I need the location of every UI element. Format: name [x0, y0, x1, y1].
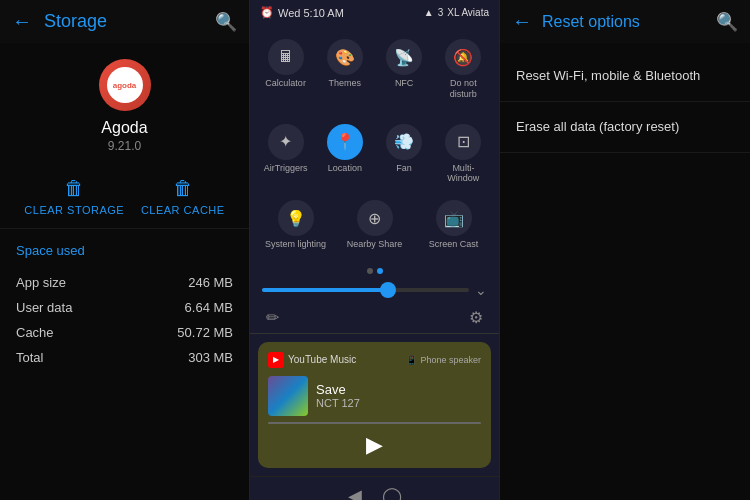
tile-nearbyshare[interactable]: ⊕ Nearby Share — [337, 194, 412, 256]
speaker-icon: 📱 — [406, 355, 417, 365]
album-art — [268, 376, 308, 416]
status-right: ▲ 3 XL Aviata — [424, 7, 489, 18]
qs-tiles-row3: 💡 System lighting ⊕ Nearby Share 📺 Scree… — [250, 194, 499, 264]
tile-location[interactable]: 📍 Location — [317, 118, 372, 191]
media-app-name: YouTube Music — [288, 354, 356, 365]
user-data-value: 6.64 MB — [185, 300, 233, 315]
trash-icon: 🗑 — [64, 177, 84, 200]
media-top: ▶ YouTube Music 📱 Phone speaker — [268, 352, 481, 368]
carrier-name: XL Aviata — [447, 7, 489, 18]
app-icon: agoda — [99, 59, 151, 111]
tile-airtriggers[interactable]: ✦ AirTriggers — [258, 118, 313, 191]
tile-themes-label: Themes — [329, 78, 362, 89]
dot-2 — [377, 268, 383, 274]
reset-wifi-option[interactable]: Reset Wi-Fi, mobile & Bluetooth — [500, 51, 750, 102]
signal-count: 3 — [438, 7, 444, 18]
brightness-control: ⌄ — [250, 278, 499, 302]
app-size-label: App size — [16, 275, 66, 290]
reset-title: Reset options — [542, 13, 706, 31]
nav-back-icon[interactable]: ◀ — [348, 485, 362, 500]
erase-data-option[interactable]: Erase all data (factory reset) — [500, 102, 750, 153]
brightness-expand-icon[interactable]: ⌄ — [475, 282, 487, 298]
status-left: ⏰ Wed 5:10 AM — [260, 6, 344, 19]
reset-panel: ← Reset options 🔍 Reset Wi-Fi, mobile & … — [500, 0, 750, 500]
tile-fan-label: Fan — [396, 163, 412, 174]
cache-icon: 🗑 — [173, 177, 193, 200]
settings-icon[interactable]: ⚙ — [469, 308, 483, 327]
cache-row: Cache 50.72 MB — [16, 320, 233, 345]
total-row: Total 303 MB — [16, 345, 233, 370]
calculator-icon: 🖩 — [268, 39, 304, 75]
track-artist: NCT 127 — [316, 397, 360, 409]
app-name: Agoda — [101, 119, 147, 137]
status-time: Wed 5:10 AM — [278, 7, 344, 19]
storage-back-button[interactable]: ← — [12, 10, 32, 33]
tile-screencast-label: Screen Cast — [429, 239, 479, 250]
reset-search-icon[interactable]: 🔍 — [716, 11, 738, 33]
storage-panel: ← Storage 🔍 agoda Agoda 9.21.0 🗑 CLEAR S… — [0, 0, 250, 500]
clear-cache-button[interactable]: 🗑 CLEAR CACHE — [141, 177, 225, 216]
clear-cache-label: CLEAR CACHE — [141, 204, 225, 216]
location-icon: 📍 — [327, 124, 363, 160]
erase-data-label: Erase all data (factory reset) — [516, 119, 679, 134]
storage-search-icon[interactable]: 🔍 — [215, 11, 237, 33]
media-player: ▶ YouTube Music 📱 Phone speaker Save NCT… — [258, 342, 491, 468]
total-value: 303 MB — [188, 350, 233, 365]
tile-multiwindow[interactable]: ⊡ Multi-Window — [436, 118, 491, 191]
multiwindow-icon: ⊡ — [445, 124, 481, 160]
storage-title: Storage — [44, 11, 215, 32]
nearbyshare-icon: ⊕ — [357, 200, 393, 236]
media-output-label: Phone speaker — [420, 355, 481, 365]
qs-bottom-icons: ✏ ⚙ — [250, 302, 499, 334]
status-bar: ⏰ Wed 5:10 AM ▲ 3 XL Aviata — [250, 0, 499, 25]
clear-storage-button[interactable]: 🗑 CLEAR STORAGE — [24, 177, 124, 216]
cache-value: 50.72 MB — [177, 325, 233, 340]
fan-icon: 💨 — [386, 124, 422, 160]
clear-buttons-section: 🗑 CLEAR STORAGE 🗑 CLEAR CACHE — [0, 165, 249, 229]
app-size-row: App size 246 MB — [16, 270, 233, 295]
tile-screencast[interactable]: 📺 Screen Cast — [416, 194, 491, 256]
reset-back-button[interactable]: ← — [512, 10, 532, 33]
tile-systemlighting-label: System lighting — [265, 239, 326, 250]
tile-nearbyshare-label: Nearby Share — [347, 239, 403, 250]
airtriggers-icon: ✦ — [268, 124, 304, 160]
track-title: Save — [316, 382, 360, 397]
brightness-bar[interactable] — [262, 288, 469, 292]
tile-fan[interactable]: 💨 Fan — [377, 118, 432, 191]
tile-location-label: Location — [328, 163, 362, 174]
tile-dnd[interactable]: 🔕 Do not disturb — [436, 33, 491, 106]
app-size-value: 246 MB — [188, 275, 233, 290]
tile-systemlighting[interactable]: 💡 System lighting — [258, 194, 333, 256]
qs-tiles-row2: ✦ AirTriggers 📍 Location 💨 Fan ⊡ Multi-W… — [250, 110, 499, 195]
qs-nav-bar: ◀ ◯ — [250, 476, 499, 500]
tile-dnd-label: Do not disturb — [438, 78, 489, 100]
storage-topbar: ← Storage 🔍 — [0, 0, 249, 43]
reset-topbar: ← Reset options 🔍 — [500, 0, 750, 43]
nav-home-icon[interactable]: ◯ — [382, 485, 402, 500]
tile-themes[interactable]: 🎨 Themes — [317, 33, 372, 106]
cache-label: Cache — [16, 325, 54, 340]
dot-1 — [367, 268, 373, 274]
screencast-icon: 📺 — [436, 200, 472, 236]
brightness-thumb[interactable] — [380, 282, 396, 298]
youtube-icon: ▶ — [268, 352, 284, 368]
space-used-section: Space used App size 246 MB User data 6.6… — [0, 229, 249, 384]
tile-multiwindow-label: Multi-Window — [438, 163, 489, 185]
media-progress-bar[interactable] — [268, 422, 481, 424]
tile-calculator[interactable]: 🖩 Calculator — [258, 33, 313, 106]
edit-icon[interactable]: ✏ — [266, 308, 279, 327]
app-version: 9.21.0 — [108, 139, 141, 153]
dnd-icon: 🔕 — [445, 39, 481, 75]
brightness-fill — [262, 288, 386, 292]
media-controls: ▶ — [268, 432, 481, 458]
space-used-title: Space used — [16, 243, 233, 258]
tile-airtriggers-label: AirTriggers — [264, 163, 308, 174]
quicksettings-panel: ⏰ Wed 5:10 AM ▲ 3 XL Aviata 🖩 Calculator… — [250, 0, 500, 500]
systemlighting-icon: 💡 — [278, 200, 314, 236]
page-dots — [250, 264, 499, 278]
tile-nfc[interactable]: 📡 NFC — [377, 33, 432, 106]
play-button[interactable]: ▶ — [366, 432, 383, 458]
total-label: Total — [16, 350, 43, 365]
tile-nfc-label: NFC — [395, 78, 414, 89]
reset-wifi-label: Reset Wi-Fi, mobile & Bluetooth — [516, 68, 700, 83]
